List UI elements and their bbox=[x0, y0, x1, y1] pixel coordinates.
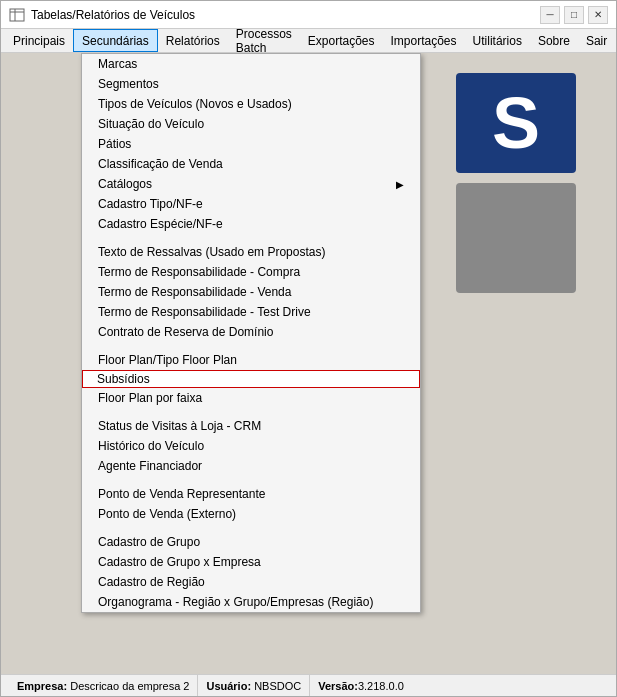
menu-item-cadastro-tipo[interactable]: Cadastro Tipo/NF-e bbox=[82, 194, 420, 214]
menu-item-cadastro-grupo[interactable]: Cadastro de Grupo bbox=[82, 532, 420, 552]
separator-3 bbox=[82, 408, 420, 416]
separator-1 bbox=[82, 234, 420, 242]
background-logo: S bbox=[416, 53, 616, 313]
dropdown-secundarias: Marcas Segmentos Tipos de Veículos (Novo… bbox=[81, 53, 421, 613]
window-title: Tabelas/Relatórios de Veículos bbox=[31, 8, 195, 22]
menu-processos[interactable]: Processos Batch bbox=[228, 29, 300, 52]
menu-item-floor-plan-faixa[interactable]: Floor Plan por faixa bbox=[82, 388, 420, 408]
menu-item-cadastro-especie[interactable]: Cadastro Espécie/NF-e bbox=[82, 214, 420, 234]
menu-item-status-visitas[interactable]: Status de Visitas à Loja - CRM bbox=[82, 416, 420, 436]
menu-item-termo-compra[interactable]: Termo de Responsabilidade - Compra bbox=[82, 262, 420, 282]
menu-sobre[interactable]: Sobre bbox=[530, 29, 578, 52]
menu-item-termo-venda[interactable]: Termo de Responsabilidade - Venda bbox=[82, 282, 420, 302]
menu-item-contrato[interactable]: Contrato de Reserva de Domínio bbox=[82, 322, 420, 342]
menu-item-marcas[interactable]: Marcas bbox=[82, 54, 420, 74]
menu-item-catalogos[interactable]: Catálogos ▶ bbox=[82, 174, 420, 194]
menu-item-cadastro-regiao[interactable]: Cadastro de Região bbox=[82, 572, 420, 592]
status-empresa: Empresa: Descricao da empresa 2 bbox=[9, 675, 198, 696]
versao-value: 3.218.0.0 bbox=[358, 680, 404, 692]
menu-item-patios[interactable]: Pátios bbox=[82, 134, 420, 154]
catalogos-arrow: ▶ bbox=[396, 179, 404, 190]
menu-item-texto-ressalvas[interactable]: Texto de Ressalvas (Usado em Propostas) bbox=[82, 242, 420, 262]
title-controls: ─ □ ✕ bbox=[540, 6, 608, 24]
menu-exportacoes[interactable]: Exportações bbox=[300, 29, 383, 52]
main-content: S Marcas Segmentos Tipos de Veículos (No… bbox=[1, 53, 616, 674]
versao-label: Versão: bbox=[318, 680, 358, 692]
menu-utilitarios[interactable]: Utilitários bbox=[465, 29, 530, 52]
close-button[interactable]: ✕ bbox=[588, 6, 608, 24]
menu-secundarias[interactable]: Secundárias bbox=[73, 29, 158, 52]
menu-item-historico[interactable]: Histórico do Veículo bbox=[82, 436, 420, 456]
menu-item-segmentos[interactable]: Segmentos bbox=[82, 74, 420, 94]
status-usuario: Usuário: NBSDOC bbox=[198, 675, 310, 696]
separator-4 bbox=[82, 476, 420, 484]
menu-item-floor-plan[interactable]: Floor Plan/Tipo Floor Plan bbox=[82, 350, 420, 370]
separator-5 bbox=[82, 524, 420, 532]
svg-rect-4 bbox=[456, 183, 576, 293]
menu-item-termo-test-drive[interactable]: Termo de Responsabilidade - Test Drive bbox=[82, 302, 420, 322]
app-icon bbox=[9, 7, 25, 23]
main-window: Tabelas/Relatórios de Veículos ─ □ ✕ Pri… bbox=[0, 0, 617, 697]
usuario-label: Usuário: bbox=[206, 680, 251, 692]
menu-item-cadastro-grupo-emp[interactable]: Cadastro de Grupo x Empresa bbox=[82, 552, 420, 572]
separator-2 bbox=[82, 342, 420, 350]
menu-item-ponto-venda-ext[interactable]: Ponto de Venda (Externo) bbox=[82, 504, 420, 524]
status-bar: Empresa: Descricao da empresa 2 Usuário:… bbox=[1, 674, 616, 696]
menu-item-organograma[interactable]: Organograma - Região x Grupo/Empresas (R… bbox=[82, 592, 420, 612]
menu-item-situacao[interactable]: Situação do Veículo bbox=[82, 114, 420, 134]
title-bar: Tabelas/Relatórios de Veículos ─ □ ✕ bbox=[1, 1, 616, 29]
menu-item-agente[interactable]: Agente Financiador bbox=[82, 456, 420, 476]
usuario-value: NBSDOC bbox=[254, 680, 301, 692]
menu-item-ponto-venda-rep[interactable]: Ponto de Venda Representante bbox=[82, 484, 420, 504]
logo-svg: S bbox=[436, 73, 596, 293]
minimize-button[interactable]: ─ bbox=[540, 6, 560, 24]
svg-text:S: S bbox=[492, 83, 540, 163]
title-bar-left: Tabelas/Relatórios de Veículos bbox=[9, 7, 195, 23]
menu-principais[interactable]: Principais bbox=[5, 29, 73, 52]
menu-sair[interactable]: Sair bbox=[578, 29, 615, 52]
maximize-button[interactable]: □ bbox=[564, 6, 584, 24]
menu-relatorios[interactable]: Relatórios bbox=[158, 29, 228, 52]
menu-importacoes[interactable]: Importações bbox=[383, 29, 465, 52]
svg-rect-0 bbox=[10, 9, 24, 21]
menu-bar: Principais Secundárias Relatórios Proces… bbox=[1, 29, 616, 53]
empresa-label: Empresa: bbox=[17, 680, 67, 692]
menu-item-tipos[interactable]: Tipos de Veículos (Novos e Usados) bbox=[82, 94, 420, 114]
empresa-value: Descricao da empresa 2 bbox=[70, 680, 189, 692]
status-versao: Versão: 3.218.0.0 bbox=[310, 675, 412, 696]
menu-item-subsidios[interactable]: Subsídios bbox=[82, 370, 420, 388]
menu-item-classificacao[interactable]: Classificação de Venda bbox=[82, 154, 420, 174]
